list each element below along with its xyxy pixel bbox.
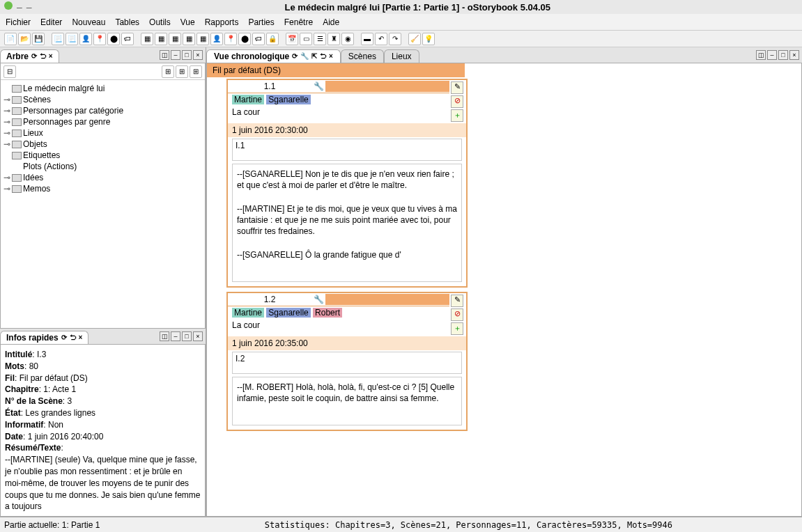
tree[interactable]: Le médecin malgré lui ⊸Scènes ⊸Personnag… [1, 80, 205, 328]
collapse-icon[interactable]: ⮌ × [70, 334, 83, 341]
char-robert[interactable]: Robert [313, 308, 342, 318]
collapse-icon[interactable]: ⮌ × [40, 52, 53, 60]
min-icon[interactable]: – [171, 331, 180, 341]
table4-icon[interactable]: ▦ [183, 33, 195, 45]
location-icon[interactable]: 📍 [93, 33, 106, 45]
min-icon[interactable]: – [171, 50, 180, 60]
tab-chrono[interactable]: Vue chronologique ⟳ 🔧 ⇱ ⮌ × [206, 49, 341, 63]
menu-outils[interactable]: Outils [149, 17, 171, 27]
table3-icon[interactable]: ▦ [169, 33, 181, 45]
add-icon[interactable]: ＋ [451, 109, 463, 122]
doc2-icon[interactable]: 📃 [65, 33, 78, 45]
grid1-icon[interactable]: ⊞ [162, 65, 174, 78]
close-icon[interactable] [4, 1, 13, 10]
expand-icon[interactable]: ⇱ [311, 52, 317, 60]
lock-icon[interactable]: 🔒 [266, 33, 279, 45]
char-sganarelle[interactable]: Sganarelle [266, 308, 310, 318]
maximize-icon[interactable]: – [26, 1, 32, 13]
tab-lieux[interactable]: Lieux [384, 49, 419, 63]
close-panel-icon[interactable]: × [789, 50, 799, 60]
table2-icon[interactable]: ▦ [155, 33, 167, 45]
person-icon[interactable]: 👤 [79, 33, 92, 45]
tree-item-lieux[interactable]: ⊸Lieux [3, 127, 202, 139]
table5-icon[interactable]: ▦ [196, 33, 209, 45]
close-panel-icon[interactable]: × [193, 331, 203, 341]
menu-tables[interactable]: Tables [115, 17, 139, 27]
object-icon[interactable]: ⬤ [107, 33, 120, 45]
scene-text[interactable]: --[M. ROBERT] Holà, holà, holà, fi, qu'e… [232, 377, 462, 425]
menu-rapports[interactable]: Rapports [205, 17, 239, 27]
max-icon[interactable]: □ [182, 331, 192, 341]
folder-icon [12, 152, 22, 159]
float-icon[interactable]: ⮌ × [320, 52, 333, 60]
float-icon[interactable]: ◫ [756, 50, 766, 60]
options-icon[interactable]: 🔧 [300, 52, 309, 60]
tree-root[interactable]: Le médecin malgré lui [3, 83, 202, 94]
flow-icon[interactable]: ♜ [327, 33, 340, 45]
list-icon[interactable]: ☰ [314, 33, 326, 45]
scene-id[interactable]: I.2 [232, 352, 462, 374]
char-martine[interactable]: Martine [232, 308, 264, 318]
menu-vue[interactable]: Vue [180, 17, 195, 27]
tag-icon[interactable]: 🏷 [121, 33, 134, 45]
new-icon[interactable]: 📄 [4, 33, 17, 45]
idea-icon[interactable]: 💡 [422, 33, 435, 45]
tree-item-plots[interactable]: Plots (Actions) [3, 161, 202, 172]
delete-icon[interactable]: ⊘ [451, 95, 463, 108]
edit-icon[interactable]: ✎ [451, 295, 463, 307]
spiral-icon[interactable]: ◉ [341, 33, 354, 45]
menu-aide[interactable]: Aide [323, 17, 339, 27]
brush-icon[interactable]: 🧹 [408, 33, 421, 45]
tree-item-etiquettes[interactable]: Etiquettes [3, 150, 202, 161]
menu-fenetre[interactable]: Fenêtre [284, 17, 313, 27]
tree-item-personnages-genre[interactable]: ⊸Personnages par genre [3, 116, 202, 127]
menu-parties[interactable]: Parties [248, 17, 274, 27]
max-icon[interactable]: □ [182, 50, 192, 60]
tree-item-idees[interactable]: ⊸Idées [3, 172, 202, 183]
loc2-icon[interactable]: 📍 [224, 33, 237, 45]
tree-item-objets[interactable]: ⊸Objets [3, 139, 202, 150]
float-icon[interactable]: ◫ [160, 331, 169, 341]
tree-item-scenes[interactable]: ⊸Scènes [3, 94, 202, 105]
tree-tab[interactable]: Arbre ⟳ ⮌ × [0, 49, 59, 63]
grid3-icon[interactable]: ⊞ [190, 65, 202, 78]
tab-scenes[interactable]: Scènes [341, 49, 384, 63]
tree-mode-icon[interactable]: ⊟ [3, 65, 16, 78]
menu-nouveau[interactable]: Nouveau [72, 17, 105, 27]
char-martine[interactable]: Martine [232, 95, 264, 104]
undo-icon[interactable]: ↶ [375, 33, 387, 45]
open-icon[interactable]: 📂 [18, 33, 31, 45]
min-icon[interactable]: – [767, 50, 777, 60]
card-icon[interactable]: ▭ [300, 33, 312, 45]
grid2-icon[interactable]: ⊞ [176, 65, 188, 78]
person2-icon[interactable]: 👤 [210, 33, 223, 45]
refresh-icon[interactable]: ⟳ [31, 52, 37, 60]
minimize-icon[interactable]: – [17, 1, 22, 13]
char-sganarelle[interactable]: Sganarelle [266, 95, 310, 104]
calendar-icon[interactable]: 📅 [286, 33, 298, 45]
tree-item-memos[interactable]: ⊸Memos [3, 183, 202, 194]
delete-icon[interactable]: ⊘ [451, 308, 463, 321]
scene-text[interactable]: --[SGANARELLE] Non je te dis que je n'en… [232, 164, 462, 282]
edit-icon[interactable]: ✎ [451, 81, 463, 94]
redo-icon[interactable]: ↷ [389, 33, 401, 45]
scene-id[interactable]: I.1 [232, 139, 462, 161]
save-icon[interactable]: 💾 [32, 33, 45, 45]
refresh-icon[interactable]: ⟳ [61, 334, 67, 341]
menu-editer[interactable]: Editer [40, 17, 62, 27]
menu-fichier[interactable]: Fichier [6, 17, 31, 27]
close-panel-icon[interactable]: × [193, 50, 203, 60]
shelf-icon[interactable]: ▬ [361, 33, 373, 45]
wrench-icon[interactable]: 🔧 [311, 81, 325, 91]
float-icon[interactable]: ◫ [160, 50, 169, 60]
info-tab[interactable]: Infos rapides ⟳ ⮌ × [0, 331, 88, 344]
tag2-icon[interactable]: 🏷 [252, 33, 265, 45]
max-icon[interactable]: □ [778, 50, 788, 60]
add-icon[interactable]: ＋ [451, 322, 463, 335]
doc-icon[interactable]: 📃 [52, 33, 64, 45]
obj2-icon[interactable]: ⬤ [238, 33, 251, 45]
tree-item-personnages-cat[interactable]: ⊸Personnages par catégorie [3, 105, 202, 116]
table-icon[interactable]: ▦ [141, 33, 153, 45]
refresh-icon[interactable]: ⟳ [292, 52, 298, 60]
wrench-icon[interactable]: 🔧 [311, 295, 325, 304]
